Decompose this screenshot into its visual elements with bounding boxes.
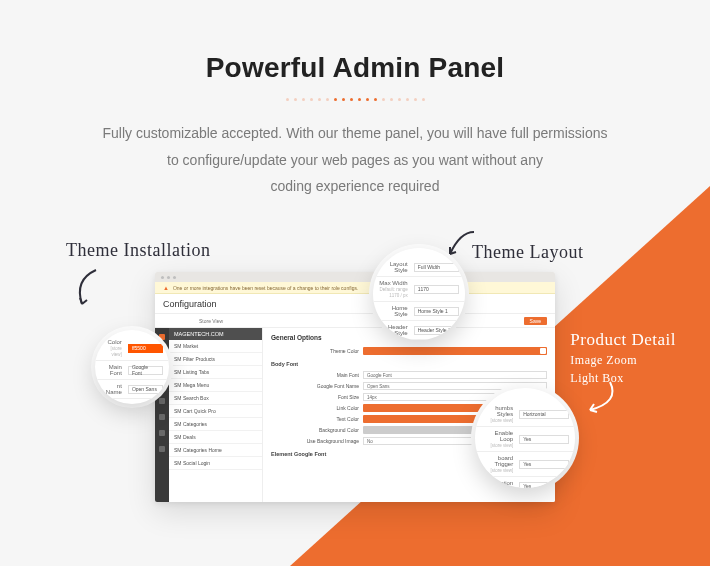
lens-row: board Trigger[store view]Yes: [475, 452, 575, 477]
window-titlebar: [155, 272, 555, 282]
lens-value[interactable]: ff5500: [128, 344, 163, 353]
subtitle-line: coding experience required: [271, 178, 440, 194]
lens-product-detail: humbs Styles[store view]HorizontalEnable…: [475, 388, 575, 488]
config-title: Configuration: [163, 299, 217, 309]
sidebar-item[interactable]: SM Listing Tabs: [169, 366, 262, 379]
lens-label: Main Font: [101, 364, 128, 376]
admin-screenshot-stage: ▲ One or more integrations have been res…: [155, 272, 555, 502]
lens-label: board Trigger[store view]: [481, 455, 519, 473]
sidebar-item[interactable]: SM Deals: [169, 431, 262, 444]
rail-icon[interactable]: [159, 430, 165, 436]
subtitle-line: to configure/update your web pages as yo…: [167, 152, 543, 168]
lens-label: nt Name: [101, 383, 128, 395]
lens-value[interactable]: Home Style 1: [414, 307, 459, 316]
lens-label: Color[store view]: [101, 339, 128, 357]
warning-text: One or more integrations have been reset…: [173, 285, 358, 291]
lens-theme-install: Color[store view]ff5500Main FontGoogle F…: [95, 330, 169, 404]
rail-icon[interactable]: [159, 334, 165, 340]
callout-detail-sub: Image Zoom: [570, 352, 676, 368]
store-view-label: Store View: [199, 318, 223, 324]
lens-row: Max WidthDefault: range 1170 / px1170: [373, 277, 465, 302]
config-header: Configuration: [155, 294, 555, 314]
decorative-dots: [0, 98, 710, 104]
arrow-layout: [444, 228, 478, 262]
lens-label: Max WidthDefault: range 1170 / px: [379, 280, 414, 298]
config-row: Main FontGoogle Font: [271, 371, 547, 379]
theme-color-swatch[interactable]: [363, 347, 547, 355]
lens-value[interactable]: Yes: [519, 460, 569, 469]
config-row: Google Font NameOpen Sans: [271, 382, 547, 390]
hero-section: Powerful Admin Panel Fully customizable …: [0, 0, 710, 200]
callout-detail-title: Product Detail: [570, 330, 676, 349]
lens-label: Enable Loop[store view]: [481, 430, 519, 448]
lens-row: Main FontGoogle Font: [95, 361, 169, 380]
rail-icon[interactable]: [159, 398, 165, 404]
sidebar-item[interactable]: SM Mega Menu: [169, 379, 262, 392]
side-header: MAGENTECH.COM: [169, 328, 262, 340]
callout-label-layout: Theme Layout: [472, 242, 583, 263]
lens-label: humbs Styles[store view]: [481, 405, 519, 423]
sidebar-item[interactable]: SM Cart Quick Pro: [169, 405, 262, 418]
lens-value[interactable]: Horizontal: [519, 410, 569, 419]
field-label: Google Font Name: [271, 383, 363, 389]
arrow-detail: [582, 380, 622, 420]
sidebar-item[interactable]: SM Market: [169, 340, 262, 353]
field-label: Theme Color: [271, 348, 363, 354]
lens-row: Home StyleHome Style 1: [373, 302, 465, 321]
field-label: Use Background Image: [271, 438, 363, 444]
page-title: Powerful Admin Panel: [0, 52, 710, 84]
lens-value[interactable]: Yes: [519, 435, 569, 444]
field-label: Background Color: [271, 427, 363, 433]
lens-value[interactable]: Full Width: [414, 263, 459, 272]
lens-row: Color[store view]ff5500: [95, 336, 169, 361]
warning-icon: ▲: [163, 285, 169, 291]
sidebar-item[interactable]: SM Categories Home: [169, 444, 262, 457]
lens-row: humbs Styles[store view]Horizontal: [475, 402, 575, 427]
lens-row: Enable Loop[store view]Yes: [475, 427, 575, 452]
save-button[interactable]: Save: [524, 317, 547, 325]
lens-value[interactable]: Google Font: [128, 366, 163, 375]
text-field[interactable]: Google Font: [363, 371, 547, 379]
lens-value[interactable]: 1170: [414, 285, 459, 294]
lens-label: Home Style: [379, 305, 414, 317]
subtitle-line: Fully customizable accepted. With our th…: [102, 125, 607, 141]
sidebar-item[interactable]: SM Filter Products: [169, 353, 262, 366]
lens-theme-layout: Layout StyleFull WidthMax WidthDefault: …: [373, 248, 465, 340]
field-label: Font Size: [271, 394, 363, 400]
field-label: Text Color: [271, 416, 363, 422]
lens-row: Layout StyleFull Width: [373, 258, 465, 277]
rail-icon[interactable]: [159, 446, 165, 452]
sidebar-item[interactable]: SM Search Box: [169, 392, 262, 405]
lens-label: Layout Style: [379, 261, 414, 273]
config-subbar: Store View Save: [155, 314, 555, 328]
lens-value[interactable]: Open Sans: [128, 385, 163, 394]
callout-label-install: Theme Installation: [66, 240, 210, 261]
field-label: Link Color: [271, 405, 363, 411]
arrow-install: [72, 268, 112, 308]
callout-label-detail: Product Detail Image Zoom Light Box: [570, 330, 676, 386]
warning-banner: ▲ One or more integrations have been res…: [155, 282, 555, 294]
admin-side-nav: MAGENTECH.COM SM MarketSM Filter Product…: [169, 328, 263, 502]
rail-icon[interactable]: [159, 414, 165, 420]
field-label: Main Font: [271, 372, 363, 378]
sidebar-item[interactable]: SM Social Login: [169, 457, 262, 470]
hero-subtitle: Fully customizable accepted. With our th…: [65, 120, 645, 200]
group-title: Body Font: [271, 361, 547, 367]
sidebar-item[interactable]: SM Categories: [169, 418, 262, 431]
